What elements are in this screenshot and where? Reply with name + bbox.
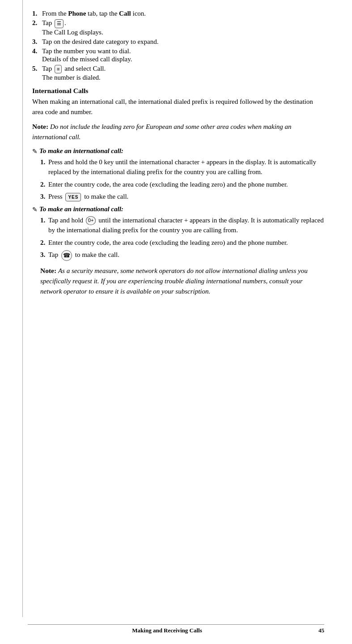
list-item: 3. Tap on the desired date category to e…	[32, 38, 324, 46]
menu-icon: ☰	[55, 19, 64, 28]
note-text: Do not include the leading zero for Euro…	[32, 123, 291, 141]
step-number: 1.	[40, 157, 48, 167]
step-text: Tap ☰. The Call Log displays.	[42, 19, 324, 36]
step-number: 4.	[32, 47, 42, 55]
step-content: Tap ☎ to make the call.	[48, 250, 324, 261]
zero-plus-icon: 0+	[86, 216, 96, 225]
section-heading: International Calls	[32, 87, 324, 95]
section-body: When making an international call, the i…	[32, 97, 324, 117]
list-item: 1. Tap and hold 0+ until the internation…	[40, 215, 324, 235]
pen-icon-2: ✎	[32, 206, 38, 213]
step-text: Tap ≡ and select Call. The number is dia…	[42, 65, 324, 82]
list-item: 4. Tap the number you want to dial. Deta…	[32, 47, 324, 63]
list-item: 3. Tap ☎ to make the call.	[40, 250, 324, 261]
step-content: Enter the country code, the area code (e…	[48, 238, 324, 248]
list-item: 5. Tap ≡ and select Call. The number is …	[32, 65, 324, 82]
procedure-title: To make an international call:	[39, 147, 123, 155]
step-text: From the Phone tab, tap the Call icon.	[42, 10, 324, 17]
step-number: 2.	[40, 179, 48, 190]
main-content: 1. From the Phone tab, tap the Call icon…	[32, 10, 324, 297]
pen-icon: ✎	[32, 148, 38, 155]
step-number: 3.	[32, 38, 42, 46]
step-number: 2.	[40, 238, 48, 248]
step-content: Press and hold the 0 key until the inter…	[48, 157, 324, 177]
sub-text: Details of the missed call display.	[42, 55, 324, 63]
initial-steps-list: 1. From the Phone tab, tap the Call icon…	[32, 10, 324, 81]
step-content: Tap and hold 0+ until the international …	[48, 215, 324, 235]
note-block-1: Note: Do not include the leading zero fo…	[32, 121, 324, 143]
call-icon: ☎	[61, 250, 72, 261]
note-label-2: Note:	[40, 267, 56, 274]
list-item: 2. Enter the country code, the area code…	[40, 238, 324, 248]
menu-icon-2: ≡	[55, 65, 62, 74]
list-item: 2. Tap ☰. The Call Log displays.	[32, 19, 324, 36]
step-number: 3.	[40, 192, 48, 202]
step-number: 1.	[32, 10, 42, 17]
sub-text: The Call Log displays.	[42, 29, 324, 36]
note-text-2: As a security measure, some network oper…	[40, 267, 308, 295]
footer-title: Making and Receiving Calls	[28, 627, 306, 634]
list-item: 1. From the Phone tab, tap the Call icon…	[32, 10, 324, 17]
page-number: 45	[306, 627, 324, 634]
step-number: 3.	[40, 250, 48, 260]
step-content: Press YES to make the call.	[48, 192, 324, 202]
procedure-title-2: To make an international call:	[39, 205, 123, 213]
page-footer: Making and Receiving Calls 45	[28, 624, 324, 634]
sub-text: The number is dialed.	[42, 74, 324, 81]
note-label: Note:	[32, 123, 48, 130]
left-border	[22, 0, 23, 617]
list-item: 2. Enter the country code, the area code…	[40, 179, 324, 190]
page: 1. From the Phone tab, tap the Call icon…	[0, 0, 352, 644]
step-content: Enter the country code, the area code (e…	[48, 179, 324, 190]
procedure-2-steps: 1. Tap and hold 0+ until the internation…	[40, 215, 324, 261]
step-number: 2.	[32, 19, 42, 27]
list-item: 1. Press and hold the 0 key until the in…	[40, 157, 324, 177]
procedure-2-heading: ✎ To make an international call:	[32, 205, 324, 213]
list-item: 3. Press YES to make the call.	[40, 192, 324, 202]
step-number: 1.	[40, 215, 48, 226]
procedure-1-steps: 1. Press and hold the 0 key until the in…	[40, 157, 324, 202]
step-text: Tap the number you want to dial. Details…	[42, 47, 324, 63]
yes-icon: YES	[65, 193, 81, 201]
note-block-2: Note: As a security measure, some networ…	[40, 265, 324, 297]
procedure-1-heading: ✎ To make an international call:	[32, 147, 324, 155]
step-number: 5.	[32, 65, 42, 73]
step-text: Tap on the desired date category to expa…	[42, 38, 324, 46]
